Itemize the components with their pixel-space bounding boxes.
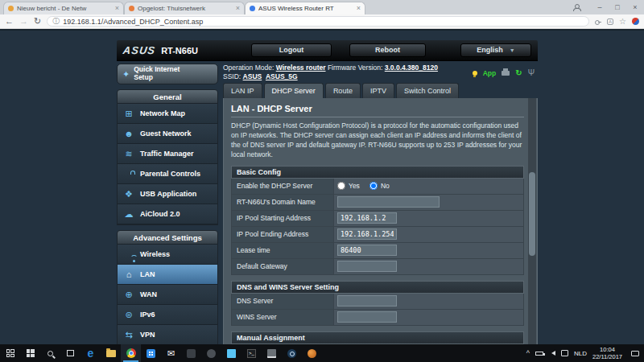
general-nav: ⊞ Network Map ☻ Guest Network ≋ Traffic … <box>117 104 218 225</box>
browser-game-icon[interactable] <box>302 344 322 362</box>
task-view-icon[interactable] <box>60 344 80 362</box>
sidebar-item-traffic-manager[interactable]: ≋ Traffic Manager <box>118 144 217 164</box>
quick-internet-setup-button[interactable]: ✦ Quick Internet Setup <box>117 64 218 84</box>
table-row: Lease time <box>231 243 524 259</box>
close-button[interactable]: × <box>626 0 644 14</box>
system-tray: ^ NLD 10:04 22/11/2017 <box>526 346 644 361</box>
dns-server-input[interactable] <box>337 295 397 306</box>
logout-button[interactable]: Logout <box>251 43 332 57</box>
panel-scrollbar-thumb[interactable] <box>529 172 535 256</box>
panel-scrollbar-track[interactable] <box>528 98 536 344</box>
usb-icon[interactable]: Ψ <box>528 69 535 77</box>
file-explorer-icon[interactable] <box>101 344 121 362</box>
firmware-version-link[interactable]: 3.0.0.4.380_8120 <box>385 64 438 72</box>
edge-icon[interactable]: e <box>80 344 101 362</box>
sidebar-item-vpn[interactable]: ⇆ VPN <box>118 325 217 344</box>
sidebar-item-wan[interactable]: ⊕ WAN <box>118 285 217 305</box>
notification-icon[interactable] <box>631 351 639 356</box>
bookmark-star-icon[interactable]: ☆ <box>619 17 626 26</box>
wins-server-input[interactable] <box>337 311 397 323</box>
browser-tab-1[interactable]: Nieuw bericht - De Netw × <box>3 2 124 14</box>
page-info-icon[interactable]: ⓘ <box>52 16 60 27</box>
printer-icon[interactable] <box>502 71 510 76</box>
ssid-5g-link[interactable]: ASUS_5G <box>266 72 298 80</box>
steam-icon[interactable] <box>282 344 302 362</box>
dhcp-enable-yes-radio[interactable] <box>337 182 345 190</box>
ssid-link[interactable]: ASUS <box>243 72 262 80</box>
field-label: WINS Server <box>232 310 334 325</box>
terminal-icon[interactable]: >_ <box>242 344 262 362</box>
minimize-button[interactable]: – <box>591 0 609 14</box>
tab-close-icon[interactable]: × <box>115 5 119 12</box>
maximize-button[interactable]: □ <box>609 0 626 14</box>
url-text[interactable]: 192.168.1.1/Advanced_DHCP_Content.asp <box>63 18 203 26</box>
reboot-button[interactable]: Reboot <box>349 43 426 57</box>
sidebar-item-guest-network[interactable]: ☻ Guest Network <box>118 124 217 144</box>
start-button[interactable] <box>0 344 20 362</box>
sidebar-item-network-map[interactable]: ⊞ Network Map <box>118 104 217 124</box>
browser-tab-3-active[interactable]: ASUS Wireless Router RT × <box>245 2 365 14</box>
tab-title: Nieuw bericht - De Netw <box>17 5 112 12</box>
address-bar[interactable]: ⓘ 192.168.1.1/Advanced_DHCP_Content.asp <box>47 16 589 27</box>
dhcp-enable-no-radio[interactable] <box>369 182 378 190</box>
extension-icon[interactable] <box>632 18 639 25</box>
reload-icon[interactable]: ↻ <box>34 17 41 26</box>
back-icon[interactable]: ← <box>5 17 14 26</box>
lease-time-input[interactable] <box>337 245 397 256</box>
chrome-icon-active[interactable] <box>121 344 141 362</box>
globe-icon: ⊕ <box>123 290 134 299</box>
keyboard-language[interactable]: NLD <box>574 350 587 357</box>
sticky-notes-icon[interactable] <box>221 344 242 362</box>
wps-refresh-icon[interactable]: ↻ <box>515 69 522 77</box>
tab-lan-ip[interactable]: LAN IP <box>223 83 262 98</box>
pool-start-input[interactable] <box>337 212 397 224</box>
tray-chevron-icon[interactable]: ^ <box>526 350 530 357</box>
forward-icon[interactable]: → <box>19 17 28 26</box>
clock[interactable]: 10:04 22/11/2017 <box>592 346 622 361</box>
windows-logo-icon[interactable] <box>20 344 40 362</box>
sidebar-item-aicloud[interactable]: ☁ AiCloud 2.0 <box>118 204 217 224</box>
sidebar-item-wireless[interactable]: Wireless <box>118 245 217 265</box>
browser-tab-2[interactable]: Opgelost: Thuisnetwerk × <box>124 2 245 14</box>
sidebar-item-parental-controls[interactable]: Parental Controls <box>118 164 217 184</box>
lightbulb-icon[interactable] <box>473 71 477 76</box>
operation-mode-link[interactable]: Wireless router <box>276 64 326 72</box>
tab-dhcp-server-active[interactable]: DHCP Server <box>264 83 324 98</box>
app-icon-dark[interactable] <box>181 344 201 362</box>
main-content: Operation Mode: Wireless router Firmware… <box>223 61 538 344</box>
tab-close-icon[interactable]: × <box>357 5 361 12</box>
asus-logo: ASUS <box>122 44 156 56</box>
sidebar-item-lan-active[interactable]: ⌂ LAN <box>118 265 217 285</box>
profile-icon[interactable] <box>572 4 580 11</box>
battery-icon[interactable] <box>535 352 543 356</box>
sidebar-item-ipv6[interactable]: ⊚ IPv6 <box>118 305 217 325</box>
cloud-icon: ☁ <box>123 210 134 219</box>
tab-route[interactable]: Route <box>325 83 361 98</box>
field-label: IP Pool Starting Address <box>232 211 334 226</box>
volume-icon[interactable] <box>549 351 555 356</box>
domain-name-input[interactable] <box>337 196 440 208</box>
tab-switch-control[interactable]: Switch Control <box>396 83 459 98</box>
table-row: IP Pool Ending Address <box>231 227 524 243</box>
windows-taskbar: e ✉ >_ ^ NLD 10:04 22/11/2017 <box>0 344 644 362</box>
tab-close-icon[interactable]: × <box>236 5 240 12</box>
default-gateway-input[interactable] <box>337 261 397 272</box>
notes-app-icon[interactable] <box>262 344 282 362</box>
app-badge[interactable]: App <box>483 69 497 77</box>
translate-icon[interactable]: A <box>607 19 613 25</box>
xbox-icon[interactable] <box>201 344 221 362</box>
action-center-icon[interactable] <box>561 350 568 356</box>
dhcp-settings-panel: LAN - DHCP Server DHCP (Dynamic Host Con… <box>223 98 538 344</box>
pool-end-input[interactable] <box>337 228 397 240</box>
tab-iptv[interactable]: IPTV <box>362 83 394 98</box>
store-icon[interactable] <box>141 344 161 362</box>
search-icon[interactable] <box>40 344 60 362</box>
router-page-background: ASUS RT-N66U Logout Reboot English ▼ ✦ Q… <box>0 29 644 344</box>
language-dropdown[interactable]: English ▼ <box>460 43 531 57</box>
tab-favicon <box>250 6 255 11</box>
mail-icon[interactable]: ✉ <box>161 344 181 362</box>
password-key-icon[interactable] <box>595 20 601 23</box>
sidebar-item-usb-application[interactable]: ❖ USB Application <box>118 184 217 204</box>
window-controls: – □ × <box>572 0 644 14</box>
table-row: Default Gateway <box>231 259 524 275</box>
